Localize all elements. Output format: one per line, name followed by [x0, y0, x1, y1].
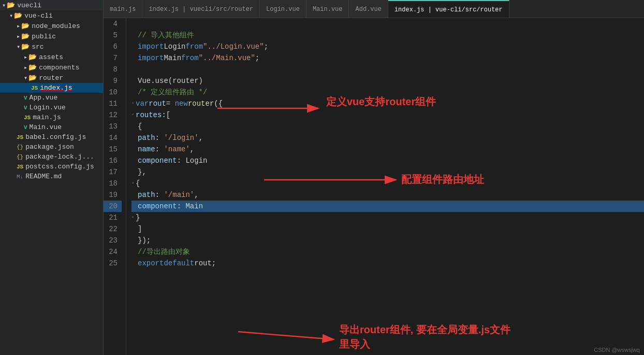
line-number-5: 5 — [104, 30, 122, 41]
sidebar-item-vue-cli[interactable]: ▾ 📂vue-cli — [0, 10, 103, 21]
collapse-18[interactable]: ▫ — [131, 178, 135, 189]
line-numbers: 45678910111213141516171819202122232425 — [104, 18, 126, 355]
code-line-17: }, — [131, 166, 644, 178]
sidebar: ▾ 📂vuecli▾ 📂vue-cli▸ 📂node_modules▸ 📂pub… — [0, 0, 104, 355]
watermark: CSDN @wswsjwq — [594, 347, 640, 353]
collapse-12[interactable]: ▫ — [131, 109, 135, 121]
tab-0[interactable]: main.js — [104, 0, 142, 18]
line-number-13: 13 — [104, 121, 122, 132]
code-line-11: ▫var rout = new router({ — [131, 98, 644, 109]
code-line-5: // 导入其他组件 — [131, 30, 644, 41]
tab-2[interactable]: Login.vue — [260, 0, 306, 18]
line-number-7: 7 — [104, 52, 122, 64]
line-number-4: 4 — [104, 18, 122, 30]
line-number-11: 11 — [104, 98, 122, 109]
sidebar-item-main-vue[interactable]: VMain.vue — [0, 122, 103, 132]
sidebar-item-vuecli[interactable]: ▾ 📂vuecli — [0, 0, 103, 10]
collapse-11[interactable]: ▫ — [131, 98, 135, 109]
sidebar-item-postcss-config-js[interactable]: JSpostcss.config.js — [0, 162, 103, 172]
line-number-20: 20 — [104, 201, 122, 212]
code-line-19: path: '/main', — [131, 189, 644, 201]
code-line-15: name: 'name', — [131, 144, 644, 155]
code-line-12: ▫ routes:[ — [131, 109, 644, 121]
code-line-24: //导出路由对象 — [131, 246, 644, 258]
code-line-7: import Main from "../Main.vue"; — [131, 52, 644, 64]
code-line-13: { — [131, 121, 644, 132]
line-number-6: 6 — [104, 41, 122, 52]
main-area: main.jsindex.js | vuecli/src/routerLogin… — [104, 0, 644, 355]
tab-4[interactable]: Add.vue — [349, 0, 388, 18]
code-content[interactable]: // 导入其他组件import Login from "../Login.vue… — [126, 18, 644, 355]
line-number-14: 14 — [104, 132, 122, 144]
tab-1[interactable]: index.js | vuecli/src/router — [142, 0, 260, 18]
code-line-10: /* 定义组件路由 */ — [131, 87, 644, 98]
sidebar-item-package-lock-j---[interactable]: {}package-lock.j... — [0, 152, 103, 162]
collapse-21[interactable]: ▫ — [131, 212, 135, 223]
line-number-25: 25 — [104, 258, 122, 269]
code-line-22: ] — [131, 223, 644, 235]
code-area: 45678910111213141516171819202122232425 /… — [104, 18, 644, 355]
line-number-10: 10 — [104, 87, 122, 98]
line-number-24: 24 — [104, 246, 122, 258]
line-number-16: 16 — [104, 155, 122, 166]
sidebar-item-app-vue[interactable]: VApp.vue — [0, 93, 103, 103]
line-number-12: 12 — [104, 109, 122, 121]
line-number-23: 23 — [104, 235, 122, 246]
sidebar-item-node-modules[interactable]: ▸ 📂node_modules — [0, 21, 103, 31]
code-line-16: component: Login — [131, 155, 644, 166]
line-number-19: 19 — [104, 189, 122, 201]
line-number-9: 9 — [104, 75, 122, 87]
code-line-4 — [131, 18, 644, 30]
code-line-23: }); — [131, 235, 644, 246]
code-line-25: export default rout; — [131, 258, 644, 269]
line-number-21: 21 — [104, 212, 122, 223]
sidebar-item-public[interactable]: ▸ 📂public — [0, 31, 103, 41]
line-number-15: 15 — [104, 144, 122, 155]
tabs-bar: main.jsindex.js | vuecli/src/routerLogin… — [104, 0, 644, 18]
sidebar-item-babel-config-js[interactable]: JSbabel.config.js — [0, 132, 103, 142]
tab-3[interactable]: Main.vue — [306, 0, 349, 18]
sidebar-item-src[interactable]: ▾ 📂src — [0, 41, 103, 52]
sidebar-item-index-js[interactable]: JSindex.js — [0, 83, 103, 93]
line-number-18: 18 — [104, 178, 122, 189]
tab-5[interactable]: index.js | vue-cli/src/router — [388, 0, 509, 18]
line-number-17: 17 — [104, 166, 122, 178]
sidebar-item-readme-md[interactable]: M↓README.md — [0, 172, 103, 181]
sidebar-item-package-json[interactable]: {}package.json — [0, 142, 103, 152]
code-line-21: ▫ } — [131, 212, 644, 223]
code-line-18: ▫ { — [131, 178, 644, 189]
code-line-6: import Login from "../Login.vue"; — [131, 41, 644, 52]
sidebar-item-login-vue[interactable]: VLogin.vue — [0, 103, 103, 112]
sidebar-item-router[interactable]: ▾ 📂router — [0, 73, 103, 83]
code-line-20: component: Main — [131, 201, 644, 212]
code-line-14: path: '/login', — [131, 132, 644, 144]
line-number-8: 8 — [104, 64, 122, 75]
sidebar-item-main-js[interactable]: JSmain.js — [0, 112, 103, 122]
code-line-8 — [131, 64, 644, 75]
code-line-9: Vue.use(router) — [131, 75, 644, 87]
line-number-22: 22 — [104, 223, 122, 235]
sidebar-item-components[interactable]: ▸ 📂components — [0, 62, 103, 73]
sidebar-item-assets[interactable]: ▸ 📂assets — [0, 52, 103, 62]
